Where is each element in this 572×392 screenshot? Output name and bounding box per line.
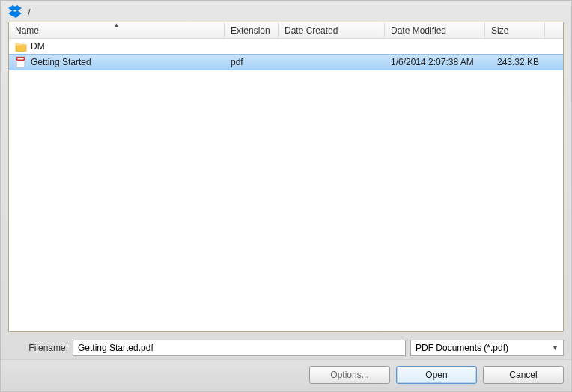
filename-label: Filename: (8, 343, 68, 353)
column-label: Name (15, 25, 39, 36)
file-date-modified: 1/6/2014 2:07:38 AM (391, 57, 474, 67)
file-rows: DMGetting Startedpdf1/6/2014 2:07:38 AM2… (9, 39, 563, 331)
open-file-dialog: / Name ▲ Extension Date Created Date Mod… (0, 0, 572, 392)
path-bar: / (1, 1, 571, 22)
column-header-date-modified[interactable]: Date Modified (385, 22, 485, 38)
column-label: Date Modified (391, 25, 446, 36)
table-row[interactable]: DM (9, 39, 563, 54)
svg-rect-7 (18, 58, 24, 60)
table-row[interactable]: Getting Startedpdf1/6/2014 2:07:38 AM243… (9, 54, 563, 70)
column-header-date-created[interactable]: Date Created (279, 22, 385, 38)
folder-icon (15, 41, 27, 52)
options-button[interactable]: Options... (309, 366, 390, 384)
cancel-button[interactable]: Cancel (483, 366, 564, 384)
column-label: Size (491, 25, 508, 36)
column-header-name[interactable]: Name ▲ (9, 22, 225, 38)
column-header-extension[interactable]: Extension (225, 22, 279, 38)
filetype-select[interactable]: PDF Documents (*.pdf) ▼ (410, 340, 564, 356)
open-button[interactable]: Open (396, 366, 477, 384)
dropbox-icon (8, 5, 23, 19)
column-headers: Name ▲ Extension Date Created Date Modif… (9, 22, 563, 39)
file-name: DM (31, 41, 45, 52)
column-label: Extension (231, 25, 270, 36)
filetype-value: PDF Documents (*.pdf) (416, 343, 508, 353)
sort-indicator-asc-icon: ▲ (114, 22, 120, 28)
pdf-file-icon (15, 56, 27, 68)
file-list-area: Name ▲ Extension Date Created Date Modif… (8, 22, 564, 332)
column-header-size[interactable]: Size (485, 22, 545, 38)
dialog-buttons: Options... Open Cancel (1, 359, 571, 391)
file-name: Getting Started (31, 57, 91, 67)
file-size: 243.32 KB (497, 57, 539, 67)
file-extension: pdf (231, 57, 243, 67)
filename-input[interactable] (73, 340, 406, 356)
breadcrumb-path[interactable]: / (28, 7, 31, 18)
column-label: Date Created (285, 25, 338, 36)
column-header-spacer (545, 22, 563, 38)
chevron-down-icon: ▼ (552, 344, 559, 352)
filename-bar: Filename: PDF Documents (*.pdf) ▼ (1, 338, 571, 359)
